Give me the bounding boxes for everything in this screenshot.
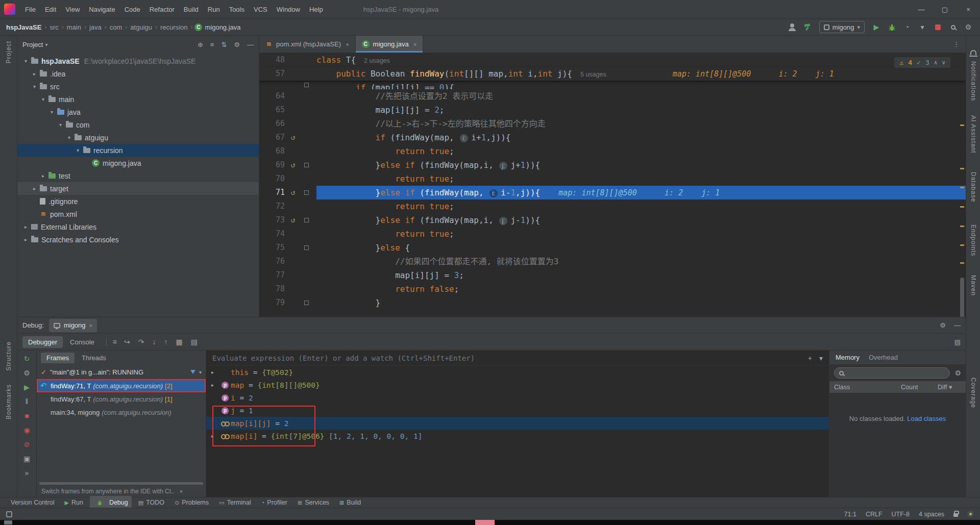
tree-item-java[interactable]: ▾java bbox=[17, 106, 259, 118]
close-session-icon[interactable]: × bbox=[89, 322, 92, 329]
tree-chevron-icon[interactable]: ▸ bbox=[39, 173, 47, 179]
breadcrumb-item[interactable]: java bbox=[88, 23, 103, 31]
scrollbar-thumb[interactable] bbox=[960, 278, 964, 317]
view-as-table-icon[interactable]: ▦ bbox=[176, 338, 182, 346]
recursive-call-icon[interactable]: ↺ bbox=[285, 158, 301, 172]
code-line-64[interactable]: 64 //先把该点设置为2 表示可以走 bbox=[259, 89, 966, 103]
fold-marker-icon[interactable] bbox=[301, 301, 311, 305]
status-line-separator[interactable]: CRLF bbox=[866, 511, 883, 518]
taskbar-start-icon[interactable] bbox=[4, 520, 12, 524]
code-line-71[interactable]: 71↺ }else if (findWay(map, i:i-1,j)){map… bbox=[259, 186, 966, 199]
tree-item-src[interactable]: ▾src bbox=[17, 80, 259, 93]
parameter-hint-inlay[interactable]: j: bbox=[499, 162, 507, 170]
wrench-button[interactable]: ⚙ bbox=[22, 369, 32, 377]
expand-all-icon[interactable]: ≡ bbox=[210, 41, 214, 48]
parameter-hint-inlay[interactable]: i: bbox=[460, 134, 468, 142]
menu-edit[interactable]: Edit bbox=[40, 6, 61, 13]
tab-close-icon[interactable]: × bbox=[346, 41, 349, 47]
frame-item-2[interactable]: main:34, migong(com.atguigu.recursion) bbox=[37, 406, 206, 419]
mute-breakpoints-button[interactable]: ⊘ bbox=[22, 440, 32, 448]
tree-item-pom-xml[interactable]: mpom.xml bbox=[17, 208, 259, 220]
close-button[interactable]: × bbox=[957, 0, 980, 18]
code-line-65[interactable]: 65 map[i][j] = 2; bbox=[259, 103, 966, 117]
dismiss-hint-icon[interactable]: × bbox=[180, 488, 183, 494]
project-panel-title[interactable]: Project bbox=[22, 41, 43, 48]
menu-window[interactable]: Window bbox=[272, 6, 305, 13]
breadcrumb-item[interactable]: com bbox=[109, 23, 124, 31]
step-out-icon[interactable]: ↑ bbox=[164, 338, 167, 346]
more-run-options-chevron[interactable]: ▾ bbox=[916, 21, 929, 33]
tool-stripe-notifications[interactable]: Notifications bbox=[970, 61, 977, 101]
chevron-down-icon[interactable]: ▾ bbox=[45, 42, 47, 47]
tree-item-scratches-and-consoles[interactable]: ▸Scratches and Consoles bbox=[17, 233, 259, 246]
horizontal-scrollbar[interactable] bbox=[39, 482, 203, 485]
filter-icon[interactable] bbox=[190, 370, 195, 374]
tree-chevron-icon[interactable]: ▾ bbox=[65, 135, 74, 140]
memory-search-input[interactable] bbox=[834, 367, 950, 379]
inspections-widget[interactable]: ⚠ 4 ✓ 3 ∧ ∨ bbox=[894, 57, 950, 68]
tab-options-icon[interactable]: ⋮ bbox=[947, 36, 966, 53]
pause-button[interactable]: ‖ bbox=[22, 397, 32, 406]
tab-close-icon[interactable]: × bbox=[413, 41, 416, 47]
settings-icon[interactable]: ⚙ bbox=[234, 41, 240, 48]
hide-icon[interactable]: — bbox=[954, 321, 961, 329]
tool-window-button-build[interactable]: ⊠Build bbox=[336, 498, 364, 507]
prev-problem-icon[interactable]: ∧ bbox=[934, 59, 938, 66]
add-watch-icon[interactable]: + bbox=[808, 354, 812, 362]
tool-window-button-profiler[interactable]: ◔Profiler bbox=[258, 498, 291, 507]
code-line-73[interactable]: 73↺ }else if (findWay(map,i, j:j-1)){ bbox=[259, 213, 966, 227]
tool-window-switcher-icon[interactable] bbox=[6, 511, 12, 517]
status-indicator-icon[interactable] bbox=[967, 511, 974, 517]
tree-chevron-icon[interactable]: ▸ bbox=[211, 382, 219, 388]
maximize-button[interactable]: ▢ bbox=[933, 0, 957, 18]
variable-mapij[interactable]: map[i][j] = 2 bbox=[206, 417, 829, 430]
frame-item-0[interactable]: ↶findWay:71, T(com.atguigu.recursion)[2] bbox=[37, 379, 206, 392]
parameter-hint-inlay[interactable]: i: bbox=[489, 189, 498, 197]
tool-stripe-structure[interactable]: Structure bbox=[5, 341, 12, 371]
parameter-hint-inlay[interactable]: j: bbox=[499, 217, 507, 225]
layout-menu-icon[interactable]: ≡ bbox=[113, 338, 117, 346]
tree-chevron-icon[interactable]: ▸ bbox=[30, 71, 39, 77]
tab-overhead[interactable]: Overhead bbox=[869, 354, 898, 361]
tree-item--idea[interactable]: ▸.idea bbox=[17, 67, 259, 80]
tool-stripe-maven[interactable]: Maven bbox=[970, 275, 977, 296]
fold-marker-icon[interactable] bbox=[301, 245, 311, 250]
editor[interactable]: 48class T{2 usages57 public Boolean find… bbox=[259, 53, 966, 317]
tab-console[interactable]: Console bbox=[64, 336, 100, 348]
column-header-class[interactable]: Class bbox=[829, 384, 896, 391]
debug-session-tab[interactable]: migong × bbox=[49, 319, 97, 332]
show-execution-point-icon[interactable]: ↪ bbox=[124, 338, 130, 346]
build-project-icon[interactable] bbox=[801, 21, 814, 33]
tree-chevron-icon[interactable]: ▸ bbox=[21, 237, 30, 242]
tree-chevron-icon[interactable]: ▸ bbox=[30, 186, 39, 191]
tab-debugger[interactable]: Debugger bbox=[22, 336, 63, 348]
breadcrumb-item[interactable]: atguigu bbox=[129, 23, 153, 31]
editor-tab-pom[interactable]: mpom.xml (hspJavaSE)× bbox=[259, 36, 356, 53]
status-file-encoding[interactable]: UTF-8 bbox=[892, 511, 910, 518]
code-line-74[interactable]: 74 return true; bbox=[259, 227, 966, 241]
tree-item-recursion[interactable]: ▾recursion bbox=[17, 144, 259, 157]
status-caret-position[interactable]: 71:1 bbox=[844, 511, 856, 518]
menu-vcs[interactable]: VCS bbox=[249, 6, 272, 13]
breadcrumb-item[interactable]: main bbox=[66, 23, 82, 31]
recursive-call-icon[interactable]: ↺ bbox=[285, 186, 301, 199]
tree-chevron-icon[interactable]: ▾ bbox=[56, 122, 65, 128]
variable-map[interactable]: ▸pmap = {int[8][]@500} bbox=[206, 379, 829, 391]
variable-mapi[interactable]: ▸map[i] = {int[7]@506} [1, 2, 1, 0, 0, 0… bbox=[206, 430, 829, 442]
run-button[interactable]: ▶ bbox=[870, 21, 883, 33]
recursive-call-icon[interactable]: ↺ bbox=[285, 213, 301, 227]
frame-item-1[interactable]: findWay:67, T(com.atguigu.recursion)[1] bbox=[37, 392, 206, 406]
tree-item--gitignore[interactable]: .gitignore bbox=[17, 195, 259, 208]
code-line-76[interactable]: 76 //如果四个位置都走不通, 就将该位置置为3 bbox=[259, 255, 966, 268]
menu-navigate[interactable]: Navigate bbox=[84, 6, 119, 13]
debug-icon[interactable] bbox=[93, 496, 107, 509]
step-into-icon[interactable]: ↓ bbox=[152, 338, 156, 346]
code-line-57[interactable]: 57 public Boolean findWay(int[][] map,in… bbox=[259, 67, 966, 81]
profiler-button[interactable]: ◔ bbox=[900, 21, 914, 33]
menu-refactor[interactable]: Refactor bbox=[145, 6, 179, 13]
taskbar-app-indicator[interactable] bbox=[475, 520, 495, 525]
rerun-button[interactable]: ↻ bbox=[22, 355, 32, 363]
tool-stripe-project[interactable]: Project bbox=[5, 41, 12, 63]
menu-run[interactable]: Run bbox=[203, 6, 225, 13]
threads-view-icon[interactable]: ▤ bbox=[191, 338, 198, 346]
